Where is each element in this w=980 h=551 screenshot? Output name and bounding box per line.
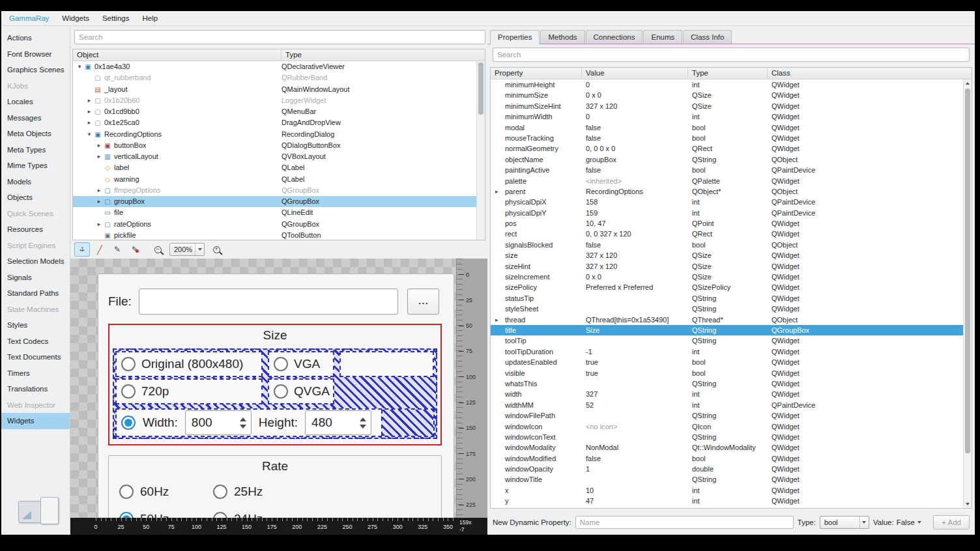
element-picker-button[interactable]: ✎	[127, 242, 143, 257]
expand-icon[interactable]: ▸	[95, 151, 103, 162]
sidebar-item-objects[interactable]: Objects	[1, 190, 70, 206]
sidebar-item-translations[interactable]: Translations	[1, 381, 70, 397]
property-row-tooltipduration[interactable]: toolTipDuration-1intQWidget	[491, 346, 963, 357]
property-row-tooltip[interactable]: toolTipQStringQWidget	[491, 335, 963, 346]
property-row-sizepolicy[interactable]: sizePolicyPreferred x PreferredQSizePoli…	[491, 282, 963, 292]
property-row-x[interactable]: x10intQWidget	[491, 485, 963, 496]
radio-custom-size[interactable]	[121, 416, 136, 430]
tree-row-0x1b20b60[interactable]: ▸▢0x1b20b60LoggerWidget	[73, 95, 476, 106]
tree-row-0x1ae4a30[interactable]: ▾▣0x1ae4a30QDeclarativeViewer	[73, 61, 476, 72]
object-tree-scrollbar[interactable]	[476, 61, 485, 240]
expand-icon[interactable]: ▸	[495, 315, 498, 325]
tree-row-label[interactable]: ◇labelQLabel	[73, 162, 476, 173]
sidebar-item-mime-types[interactable]: Mime Types	[1, 158, 70, 174]
sidebar-item-actions[interactable]: Actions	[1, 30, 70, 46]
tree-row-warning[interactable]: ◇warningQLabel	[73, 174, 476, 185]
property-row-y[interactable]: y47intQWidget	[491, 496, 963, 506]
collapse-icon[interactable]: ▾	[76, 61, 83, 72]
property-row-thread[interactable]: ▸threadQThread[this=0x1a53490]QThread*QO…	[491, 315, 963, 325]
property-row-mousetracking[interactable]: mouseTrackingfalseboolQWidget	[491, 133, 963, 143]
width-spinbox[interactable]: 800	[185, 410, 252, 435]
zoom-out-button[interactable]	[150, 242, 166, 257]
sidebar-item-meta-objects[interactable]: Meta Objects	[1, 126, 70, 142]
property-row-widthmm[interactable]: widthMM52intQPaintDevice	[491, 400, 963, 410]
sidebar-item-quick-scenes[interactable]: Quick Scenes	[1, 206, 70, 222]
expand-icon[interactable]: ▸	[85, 117, 93, 128]
sidebar-item-selection-models[interactable]: Selection Models	[1, 253, 70, 270]
zoom-level-combo[interactable]: 200%	[169, 243, 205, 256]
sidebar-item-web-inspector[interactable]: Web Inspector	[1, 397, 70, 414]
property-row-windowmodified[interactable]: windowModifiedfalseboolQWidget	[491, 453, 963, 464]
property-row-windowicon[interactable]: windowIcon<no icon>QIconQWidget	[491, 421, 963, 432]
tree-row-file[interactable]: ▭fileQLineEdit	[73, 207, 476, 218]
expand-icon[interactable]: ▸	[95, 185, 103, 196]
radio-720p[interactable]: 720p	[115, 378, 263, 404]
column-header-property[interactable]: Property	[491, 68, 582, 79]
expand-icon[interactable]: ▸	[85, 106, 93, 117]
column-header-object[interactable]: Object	[73, 49, 281, 61]
spinner-arrows-icon[interactable]	[360, 411, 366, 434]
tree-row-recordingoptions[interactable]: ▾▣RecordingOptionsRecordingDialog	[73, 129, 476, 140]
property-row-parent[interactable]: ▸parentRecordingOptionsQObject*QObject	[491, 186, 963, 197]
tree-row-buttonbox[interactable]: ▸▣buttonBoxQDialogButtonBox	[73, 140, 476, 151]
property-row-modal[interactable]: modalfalseboolQWidget	[491, 122, 963, 133]
sidebar-item-widgets[interactable]: Widgets	[1, 413, 70, 429]
color-picker-button[interactable]: ✎	[109, 242, 125, 257]
measure-pixels-button[interactable]: ╱	[92, 242, 108, 257]
property-row-windowfilepath[interactable]: windowFilePathQStringQWidget	[491, 410, 963, 421]
sidebar-item-state-machines[interactable]: State Machines	[1, 302, 70, 318]
value-combo[interactable]: Value: False	[873, 518, 921, 526]
menubar-item-gammaray[interactable]: GammaRay	[3, 12, 55, 25]
sidebar-item-messages[interactable]: Messages	[1, 110, 70, 126]
expand-icon[interactable]: ▸	[95, 140, 103, 151]
property-row-size[interactable]: size327 x 120QSizeQWidget	[491, 250, 963, 261]
zoom-in-button[interactable]	[209, 242, 224, 257]
tree-row-0x1cd9bb0[interactable]: ▸▢0x1cd9bb0QMenuBar	[73, 106, 476, 117]
menubar-item-help[interactable]: Help	[136, 12, 164, 25]
property-row-windowopacity[interactable]: windowOpacity1doubleQWidget	[491, 464, 963, 474]
column-header-class[interactable]: Class	[768, 68, 972, 79]
property-row-windowicontext[interactable]: windowIconTextQStringQWidget	[491, 432, 963, 442]
property-row-width[interactable]: width327intQWidget	[491, 389, 963, 399]
tree-row-ffmpegoptions[interactable]: ▸▢ffmpegOptionsQGroupBox	[73, 185, 476, 196]
property-row-windowmodality[interactable]: windowModalityNonModalQt::WindowModality…	[491, 442, 963, 453]
property-row-palette[interactable]: palette<inherited>QPaletteQWidget	[491, 176, 963, 186]
property-row-pos[interactable]: pos10, 47QPointQWidget	[491, 218, 963, 229]
property-row-sizehint[interactable]: sizeHint327 x 120QSizeQWidget	[491, 261, 963, 272]
tab-class-info[interactable]: Class Info	[683, 30, 732, 44]
property-row-statustip[interactable]: statusTipQStringQWidget	[491, 293, 963, 304]
sidebar-item-timers[interactable]: Timers	[1, 365, 70, 382]
type-combo[interactable]: bool	[820, 516, 869, 529]
property-row-physicaldpiy[interactable]: physicalDpiY159intQPaintDevice	[491, 208, 963, 218]
property-row-title[interactable]: titleSizeQStringQGroupBox	[491, 325, 963, 335]
property-table-scrollbar[interactable]	[963, 79, 972, 508]
tab-connections[interactable]: Connections	[586, 30, 643, 44]
menubar-item-widgets[interactable]: Widgets	[55, 12, 96, 25]
tree-row-rateoptions[interactable]: ▸▢rateOptionsQGroupBox	[73, 219, 476, 230]
scroll-down-icon[interactable]	[964, 500, 972, 508]
property-row-minimumsizehint[interactable]: minimumSizeHint327 x 120QSizeQWidget	[491, 101, 963, 111]
property-row-minimumsize[interactable]: minimumSize0 x 0QSizeQWidget	[491, 90, 963, 100]
column-header-type[interactable]: Type	[688, 68, 768, 79]
property-row-updatesenabled[interactable]: updatesEnabledtrueboolQWidget	[491, 357, 963, 367]
tree-row-groupbox[interactable]: ▸▢groupBoxQGroupBox	[73, 196, 476, 207]
tree-row-qt-rubberband[interactable]: ▢qt_rubberbandQRubberBand	[73, 72, 476, 83]
tree-row-pickfile[interactable]: ▣pickfileQToolButton	[73, 230, 476, 240]
file-path-input[interactable]	[139, 289, 398, 315]
property-row-signalsblocked[interactable]: signalsBlockedfalseboolQObject	[491, 240, 963, 250]
property-row-sizeincrement[interactable]: sizeIncrement0 x 0QSizeQWidget	[491, 272, 963, 282]
property-row-objectname[interactable]: objectNamegroupBoxQStringQObject	[491, 154, 963, 165]
property-row-rect[interactable]: rect0, 0 327 x 120QRectQWidget	[491, 229, 963, 239]
property-row-windowtitle[interactable]: windowTitleQStringQWidget	[491, 474, 963, 485]
property-search-input[interactable]	[493, 48, 970, 62]
property-row-physicaldpix[interactable]: physicalDpiX158intQPaintDevice	[491, 197, 963, 207]
radio-original-800x480[interactable]: Original (800x480)	[115, 351, 263, 377]
spinner-arrows-icon[interactable]	[240, 411, 246, 434]
scrollbar-handle[interactable]	[965, 89, 970, 453]
scroll-up-icon[interactable]	[964, 79, 972, 87]
tree-row-verticallayout[interactable]: ▸▥verticalLayoutQVBoxLayout	[73, 151, 476, 162]
sidebar-item-font-browser[interactable]: Font Browser	[1, 46, 70, 63]
property-row-minimumheight[interactable]: minimumHeight0intQWidget	[491, 79, 963, 90]
collapse-icon[interactable]: ▾	[85, 129, 93, 140]
height-spinbox[interactable]: 480	[305, 410, 371, 435]
